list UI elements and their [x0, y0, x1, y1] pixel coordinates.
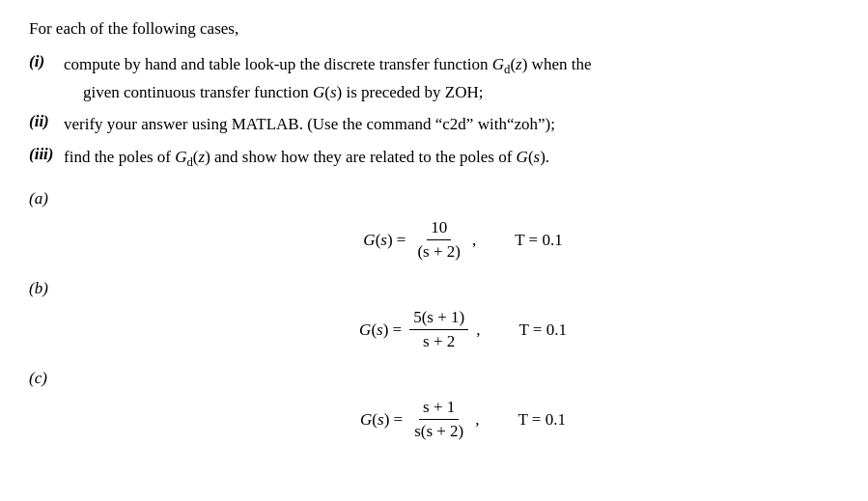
- case-b-formula: G(s) = 5(s + 1) s + 2 ,: [359, 308, 480, 351]
- intro-text: For each of the following cases,: [29, 19, 839, 39]
- case-a-lhs: G(s) =: [363, 231, 406, 250]
- case-b-formula-block: G(s) = 5(s + 1) s + 2 , T = 0.1: [87, 308, 839, 351]
- item-iii-label: (iii): [29, 145, 64, 164]
- case-b-fraction: 5(s + 1) s + 2: [409, 308, 468, 351]
- item-i-continuation: given continuous transfer function G(s) …: [64, 80, 839, 105]
- case-b-lhs: G(s) =: [359, 320, 402, 340]
- case-a-T: T = 0.1: [515, 231, 562, 250]
- case-a-denominator: (s + 2): [413, 240, 464, 262]
- case-a-formula: G(s) = 10 (s + 2) ,: [363, 218, 476, 262]
- case-c-comma: ,: [475, 410, 479, 430]
- item-i-text: compute by hand and table look-up the di…: [64, 55, 591, 73]
- case-c-numerator: s + 1: [419, 398, 459, 420]
- item-ii-text: verify your answer using MATLAB. (Use th…: [64, 115, 555, 133]
- item-ii-label: (ii): [29, 112, 64, 131]
- case-c-formula: G(s) = s + 1 s(s + 2) ,: [360, 398, 479, 441]
- item-iii-text: find the poles of Gd(z) and show how the…: [64, 148, 549, 166]
- item-iii-content: find the poles of Gd(z) and show how the…: [64, 145, 839, 173]
- case-a-comma: ,: [472, 231, 476, 250]
- case-a-fraction: 10 (s + 2): [413, 218, 464, 262]
- item-ii-content: verify your answer using MATLAB. (Use th…: [64, 112, 839, 137]
- case-c-label: (c): [29, 369, 839, 388]
- case-a-numerator: 10: [427, 218, 451, 240]
- case-c-T: T = 0.1: [518, 410, 566, 430]
- case-b-numerator: 5(s + 1): [409, 308, 468, 330]
- case-c-formula-block: G(s) = s + 1 s(s + 2) , T = 0.1: [87, 398, 839, 441]
- case-b-denominator: s + 2: [419, 330, 459, 351]
- case-a-label: (a): [29, 189, 839, 209]
- case-a-formula-block: G(s) = 10 (s + 2) , T = 0.1: [87, 218, 839, 262]
- case-c-lhs: G(s) =: [360, 410, 403, 430]
- item-i-label: (i): [29, 52, 64, 71]
- case-b-T: T = 0.1: [518, 320, 566, 340]
- case-c-denominator: s(s + 2): [410, 420, 467, 441]
- item-iii: (iii) find the poles of Gd(z) and show h…: [29, 145, 839, 173]
- item-i: (i) compute by hand and table look-up th…: [29, 52, 839, 104]
- case-b-comma: ,: [476, 320, 480, 340]
- case-b-label: (b): [29, 279, 839, 298]
- item-ii: (ii) verify your answer using MATLAB. (U…: [29, 112, 839, 137]
- item-i-content: compute by hand and table look-up the di…: [64, 52, 839, 104]
- case-c-fraction: s + 1 s(s + 2): [410, 398, 467, 441]
